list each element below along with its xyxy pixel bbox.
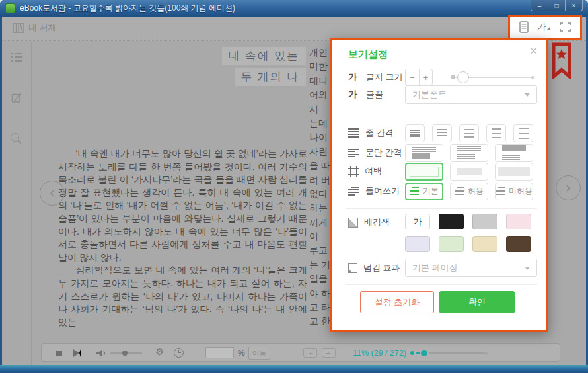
volume-slider-knob[interactable] bbox=[122, 351, 128, 356]
line-spacing-option-2[interactable] bbox=[432, 124, 452, 142]
my-library-button[interactable]: 내 서재 bbox=[13, 22, 57, 34]
chevron-down-icon bbox=[525, 93, 530, 97]
bg-swatch-pink[interactable] bbox=[506, 214, 531, 229]
volume-slider[interactable] bbox=[110, 352, 142, 354]
jump-first-button[interactable]: ← bbox=[303, 348, 317, 358]
progress-dash bbox=[416, 352, 420, 354]
paragraph-spacing-option-2[interactable] bbox=[450, 144, 488, 162]
progress-slider-knob[interactable] bbox=[421, 350, 427, 356]
tts-play-button[interactable] bbox=[73, 349, 81, 357]
line-spacing-option-3[interactable] bbox=[459, 124, 479, 142]
margin-option-1[interactable] bbox=[405, 163, 443, 181]
line-spacing-label: 줄 간격 bbox=[365, 127, 394, 139]
indent-label: 들여쓰기 bbox=[365, 185, 400, 197]
top-toolbar: 내 서재 bbox=[2, 17, 586, 41]
line-spacing-option-1[interactable] bbox=[405, 124, 425, 142]
indent-glyph-icon bbox=[455, 187, 464, 195]
maximize-button[interactable]: □ bbox=[548, 0, 566, 11]
close-button[interactable]: × bbox=[565, 0, 583, 11]
gear-icon[interactable]: ⚙ bbox=[155, 346, 164, 358]
search-icon bbox=[11, 133, 22, 145]
bg-swatch-brown[interactable] bbox=[506, 236, 531, 252]
note-button[interactable] bbox=[11, 92, 22, 104]
progress-slider-track[interactable] bbox=[429, 352, 484, 354]
margin-option-2[interactable] bbox=[450, 163, 488, 181]
jump-last-button[interactable]: → bbox=[322, 348, 336, 358]
margin-options bbox=[405, 163, 537, 181]
indent-option-1[interactable]: 기본 bbox=[405, 183, 443, 200]
font-size-label: 글자 크기 bbox=[366, 71, 403, 83]
margin-option-3[interactable] bbox=[495, 163, 533, 181]
margin-row: 여백 bbox=[348, 161, 537, 181]
font-settings-button[interactable]: 가 bbox=[537, 21, 550, 34]
divider bbox=[346, 284, 537, 285]
margin-icon bbox=[348, 166, 359, 177]
fullscreen-icon bbox=[560, 22, 571, 32]
minimize-button[interactable]: – bbox=[531, 0, 548, 11]
background-color-label: 배경색 bbox=[364, 216, 390, 228]
percent-input[interactable] bbox=[205, 347, 234, 358]
font-dropdown[interactable]: 기본폰트 bbox=[405, 85, 537, 104]
font-size-slider-knob[interactable] bbox=[457, 71, 469, 83]
previous-page-button[interactable]: ‹ bbox=[40, 181, 65, 206]
fullscreen-button[interactable] bbox=[560, 21, 571, 34]
chevron-down-icon bbox=[525, 267, 530, 270]
page-turn-icon bbox=[348, 263, 357, 273]
page-effect-dropdown[interactable]: 기본 페이징 bbox=[405, 259, 537, 277]
line-spacing-glyph-icon bbox=[437, 129, 447, 137]
slider-min-mark bbox=[451, 75, 455, 79]
indent-option-label: 미허용 bbox=[509, 186, 533, 197]
window-title: eBook도서관 - 고요할수록 밝아지는 것들(100쇄 기념 에디션) bbox=[20, 3, 235, 14]
bg-swatch-light-green[interactable] bbox=[439, 236, 464, 252]
clock-icon[interactable] bbox=[174, 348, 184, 358]
indent-option-3[interactable]: 미허용 bbox=[495, 183, 533, 200]
right-arrow-icon: → bbox=[325, 350, 331, 356]
go-button[interactable]: 이동 bbox=[248, 347, 270, 360]
indent-options: 기본허용미허용 bbox=[405, 183, 537, 200]
paragraph-spacing-glyph-icon bbox=[457, 146, 481, 159]
bg-swatch-cream[interactable] bbox=[472, 236, 497, 252]
paragraph-spacing-option-1[interactable] bbox=[405, 144, 443, 162]
margin-glyph-icon bbox=[457, 168, 482, 175]
panel-title: 보기설정 bbox=[348, 48, 388, 61]
bg-swatch-white[interactable]: 가 bbox=[405, 214, 430, 229]
page-effect-dropdown-value: 기본 페이징 bbox=[412, 262, 458, 274]
bg-swatch-gray[interactable] bbox=[472, 214, 497, 229]
paragraph-spacing-option-3[interactable] bbox=[495, 144, 533, 162]
indent-icon bbox=[348, 186, 359, 196]
bg-swatch-black[interactable] bbox=[439, 214, 464, 229]
my-library-label: 내 서재 bbox=[28, 22, 57, 34]
search-button[interactable] bbox=[11, 133, 22, 145]
font-icon: 가 bbox=[348, 89, 360, 101]
font-size-icon: 가 bbox=[348, 71, 360, 83]
paragraph-spacing-label: 문단 간격 bbox=[365, 147, 402, 159]
font-size-plus-button[interactable]: + bbox=[419, 69, 433, 86]
bar-icon bbox=[307, 351, 308, 355]
line-spacing-option-5[interactable] bbox=[513, 124, 533, 142]
book-paragraph: 심리학적으로 보면 내 속에 있는 여러 개의 ‘나’들은 크게 두 가지로 모… bbox=[58, 264, 307, 329]
book-page-text: ‘내 속엔 내가 너무도 많아 당신의 쉴 곳 없네’라는 가사로 시작하는 노… bbox=[58, 147, 307, 329]
view-settings-panel: 보기설정 × 가 글자 크기 − + 가 글꼴 bbox=[330, 38, 548, 332]
tts-stop-button[interactable] bbox=[56, 351, 62, 356]
line-spacing-icon bbox=[348, 128, 359, 138]
confirm-button[interactable]: 확인 bbox=[439, 291, 515, 313]
reset-settings-button[interactable]: 설정 초기화 bbox=[360, 291, 434, 313]
bg-swatch-lavender[interactable] bbox=[405, 236, 430, 252]
next-page-button[interactable]: › bbox=[556, 175, 581, 200]
font-size-minus-button[interactable]: − bbox=[405, 69, 419, 86]
percent-symbol: % bbox=[238, 349, 245, 358]
indent-glyph-icon bbox=[496, 187, 505, 195]
line-spacing-option-4[interactable] bbox=[486, 124, 506, 142]
chapter-title-line: 두 개의 나 bbox=[235, 68, 307, 86]
app-window: eBook도서관 - 고요할수록 밝아지는 것들(100쇄 기념 에디션) – … bbox=[0, 0, 588, 373]
table-of-contents-button[interactable] bbox=[11, 51, 22, 63]
bookmark-ribbon-icon[interactable] bbox=[552, 42, 571, 79]
font-size-slider[interactable] bbox=[451, 77, 534, 78]
viewer-settings-button[interactable] bbox=[519, 21, 529, 34]
volume-icon[interactable] bbox=[96, 349, 106, 358]
indent-option-2[interactable]: 허용 bbox=[450, 183, 488, 200]
line-spacing-glyph-icon bbox=[519, 128, 529, 139]
page-effect-row: 넘김 효과 기본 페이징 bbox=[348, 259, 537, 277]
paragraph-spacing-row: 문단 간격 bbox=[348, 143, 537, 163]
panel-close-icon[interactable]: × bbox=[530, 44, 537, 57]
